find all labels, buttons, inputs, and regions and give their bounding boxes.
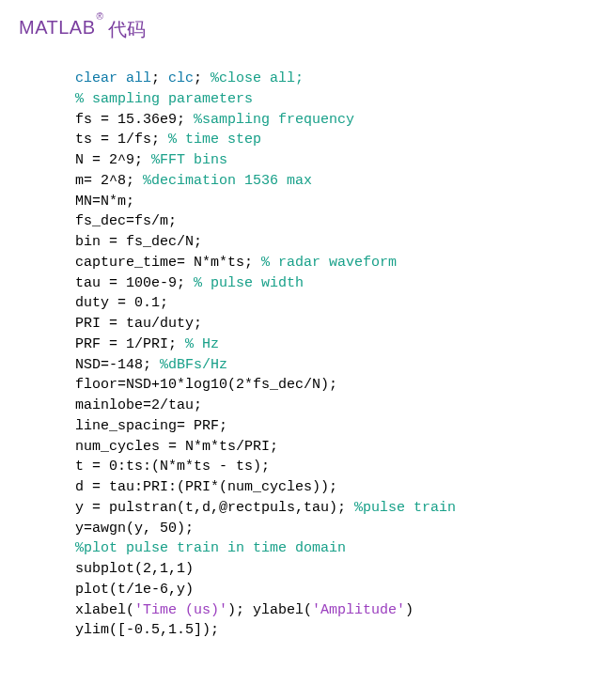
cm-close-all: %close all;: [211, 70, 304, 86]
code-line: fs_dec=fs/m;: [75, 213, 177, 229]
code-line: line_spacing= PRF;: [75, 418, 227, 434]
str-amp: 'Amplitude': [312, 602, 405, 618]
code-line: ts = 1/fs;: [75, 132, 168, 148]
code-line: NSD=-148;: [75, 357, 160, 373]
code-line: ylim([-0.5,1.5]);: [75, 622, 219, 638]
code-line: d = tau:PRI:(PRI*(num_cycles));: [75, 479, 337, 495]
cm-fft: %FFT bins: [151, 152, 227, 168]
code-block: clear all; clc; %close all; % sampling p…: [75, 69, 590, 641]
kw-clear: clear: [75, 70, 117, 86]
cm-ts: % time step: [168, 132, 261, 148]
title-suffix: 代码: [108, 17, 146, 42]
code-line: t = 0:ts:(N*m*ts - ts);: [75, 459, 270, 474]
code-line: ); ylabel(: [227, 602, 312, 618]
code-line: num_cycles = N*m*ts/PRI;: [75, 439, 278, 455]
code-line: subplot(2,1,1): [75, 561, 194, 577]
cm-dec: %decimation 1536 max: [143, 173, 312, 189]
code-line: N = 2^9;: [75, 152, 151, 168]
code-line: y=awgn(y, 50);: [75, 521, 194, 537]
section-title: MATLAB ® 代码: [19, 17, 590, 42]
cm-pt: %pulse train: [354, 500, 456, 516]
code-line: PRF = 1/PRI;: [75, 336, 185, 352]
cm-sf: %sampling frequency: [194, 112, 354, 128]
code-line: MN=N*m;: [75, 194, 134, 210]
cm-plot: %plot pulse train in time domain: [75, 540, 346, 556]
kw-all: all: [126, 70, 151, 86]
cm-rw: % radar waveform: [261, 255, 397, 271]
code-line: y = pulstran(t,d,@rectpuls,tau);: [75, 500, 354, 516]
cm-sampling: % sampling parameters: [75, 91, 253, 107]
code-line: mainlobe=2/tau;: [75, 397, 202, 413]
title-brand: MATLAB: [19, 17, 96, 39]
code-line: plot(t/1e-6,y): [75, 582, 194, 598]
code-line: fs = 15.36e9;: [75, 112, 194, 128]
cm-hz: % Hz: [185, 336, 219, 352]
code-line: PRI = tau/duty;: [75, 316, 202, 332]
code-line: bin = fs_dec/N;: [75, 234, 202, 250]
str-time: 'Time (us)': [134, 602, 227, 618]
registered-icon: ®: [97, 11, 103, 22]
code-line: duty = 0.1;: [75, 295, 168, 311]
code-line: capture_time= N*m*ts;: [75, 255, 261, 271]
cm-pw: % pulse width: [194, 275, 304, 291]
code-line: xlabel(: [75, 602, 134, 618]
code-line: floor=NSD+10*log10(2*fs_dec/N);: [75, 377, 337, 393]
code-line: tau = 100e-9;: [75, 275, 194, 291]
code-line: ): [405, 602, 414, 618]
code-line: m= 2^8;: [75, 173, 143, 189]
kw-clc: clc: [168, 70, 194, 86]
cm-dbfs: %dBFs/Hz: [160, 357, 227, 373]
